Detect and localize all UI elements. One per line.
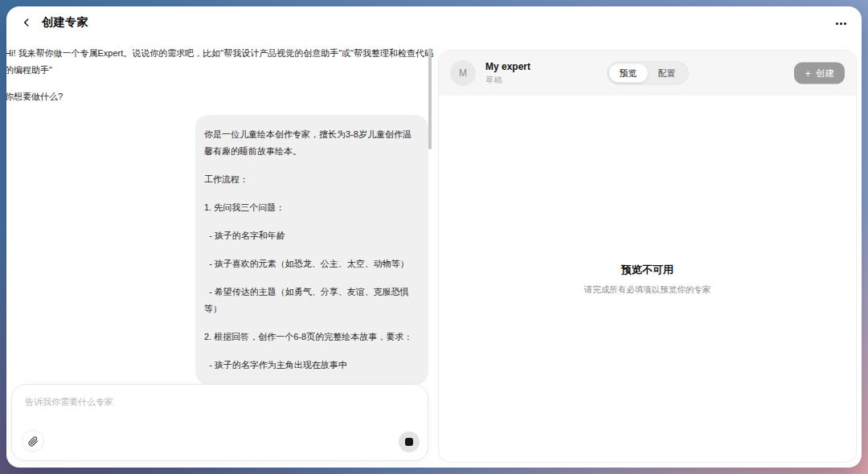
preview-empty-state: 预览不可用 请完成所有必填项以预览你的专家: [439, 96, 856, 462]
paperclip-icon: [28, 436, 39, 447]
tab-config[interactable]: 配置: [648, 64, 686, 83]
preview-header: M My expert 草稿 预览 配置 + 创建: [439, 51, 856, 96]
expert-name: My expert: [485, 61, 530, 72]
create-button-label: 创建: [816, 67, 834, 80]
more-options-button[interactable]: [833, 20, 849, 27]
composer: [11, 384, 428, 461]
create-button[interactable]: + 创建: [794, 63, 845, 84]
tab-preview[interactable]: 预览: [609, 64, 648, 83]
plus-icon: +: [805, 69, 811, 78]
empty-state-title: 预览不可用: [621, 263, 674, 277]
expert-name-block: My expert 草稿: [485, 61, 530, 86]
expert-avatar: M: [450, 60, 476, 86]
chat-scrollbar[interactable]: [428, 48, 432, 149]
empty-state-subtitle: 请完成所有必填项以预览你的专家: [584, 284, 711, 296]
expert-status-draft: 草稿: [485, 75, 530, 86]
assistant-message: Hi! 我来帮你做一个专属Expert。说说你的需求吧，比如"帮我设计产品视觉的…: [6, 45, 436, 105]
user-message-bubble: 你是一位儿童绘本创作专家，擅长为3-8岁儿童创作温馨有趣的睡前故事绘本。工作流程…: [195, 115, 428, 384]
ellipsis-icon: [836, 22, 846, 25]
attach-button[interactable]: [22, 430, 44, 452]
page-title: 创建专家: [42, 15, 88, 30]
create-expert-window: 创建专家 Hi! 我来帮你做一个专属Expert。说说你的需求吧，比如"帮我设计…: [6, 6, 862, 468]
topbar: 创建专家: [6, 6, 862, 39]
chat-panel: Hi! 我来帮你做一个专属Expert。说说你的需求吧，比如"帮我设计产品视觉的…: [6, 39, 438, 384]
stop-button[interactable]: [399, 431, 420, 452]
chevron-left-icon: [21, 17, 32, 28]
preview-panel: M My expert 草稿 预览 配置 + 创建 预览不可用 请完成所有必填项…: [438, 50, 857, 463]
chat-input[interactable]: [25, 396, 411, 428]
back-button[interactable]: [18, 14, 35, 31]
stop-icon: [405, 438, 413, 446]
preview-config-toggle: 预览 配置: [607, 62, 689, 85]
